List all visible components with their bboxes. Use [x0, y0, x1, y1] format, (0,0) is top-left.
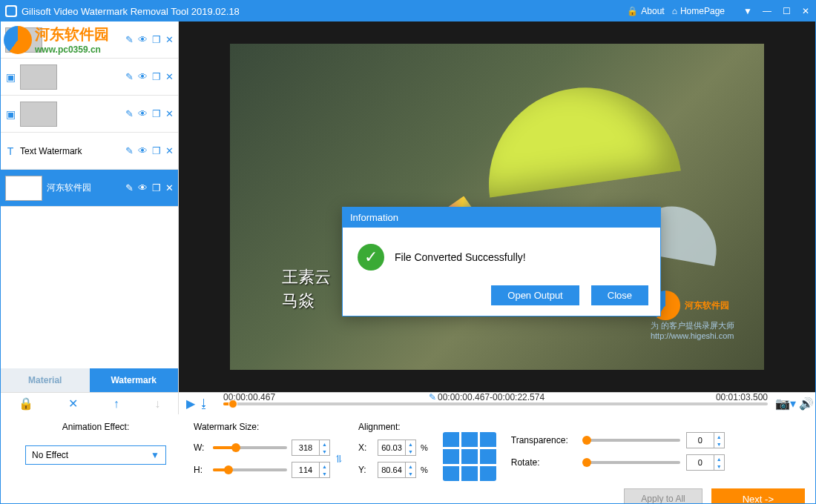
- eye-icon[interactable]: 👁: [138, 145, 148, 156]
- homepage-label: HomePage: [680, 6, 725, 16]
- maximize-button[interactable]: ☐: [781, 6, 792, 16]
- about-label: About: [641, 6, 664, 16]
- lock-icon: 🔒: [627, 6, 638, 16]
- layer-list: ✎ 👁 ❐ ✕ ▣ ✎ 👁 ❐ ✕ ▣: [1, 21, 178, 368]
- copy-icon[interactable]: ❐: [152, 34, 161, 45]
- corner-watermark: 河东软件园 为 的客户提供录屏大师 http://www.higeshi.com: [651, 291, 734, 340]
- edit-icon[interactable]: ✎: [125, 34, 134, 45]
- copy-icon[interactable]: ❐: [152, 182, 161, 193]
- edit-icon[interactable]: ✎: [125, 108, 134, 119]
- spin-up-icon[interactable]: ▲: [320, 462, 329, 470]
- transparence-value[interactable]: [687, 433, 714, 448]
- x-input[interactable]: ▲▼: [378, 440, 416, 456]
- align-ml[interactable]: [443, 449, 459, 464]
- spin-up-icon[interactable]: ▲: [714, 433, 724, 440]
- spin-up-icon[interactable]: ▲: [406, 440, 415, 448]
- play-icon[interactable]: ▶: [186, 397, 195, 411]
- site-logo-icon: [4, 26, 32, 54]
- x-value[interactable]: [378, 440, 405, 455]
- move-down-icon[interactable]: ↓: [154, 397, 160, 411]
- spin-down-icon[interactable]: ▼: [406, 470, 415, 477]
- h-input[interactable]: ▲▼: [292, 462, 330, 478]
- eye-icon[interactable]: 👁: [138, 182, 148, 193]
- timeline-bar[interactable]: [223, 402, 768, 405]
- lock-layer-icon[interactable]: 🔒: [19, 397, 33, 411]
- close-dialog-button[interactable]: Close: [591, 285, 648, 305]
- timeline-thumb[interactable]: [228, 399, 237, 408]
- w-value[interactable]: [292, 440, 319, 455]
- delete-icon[interactable]: ✕: [165, 71, 174, 82]
- y-input[interactable]: ▲▼: [378, 462, 416, 478]
- copy-icon[interactable]: ❐: [152, 108, 161, 119]
- delete-icon[interactable]: ✕: [165, 182, 174, 193]
- align-tr[interactable]: [480, 432, 496, 447]
- image-type-icon: ▣: [5, 71, 16, 83]
- next-button[interactable]: Next ->: [711, 488, 805, 504]
- align-mr[interactable]: [480, 449, 496, 464]
- about-button[interactable]: 🔒 About: [627, 6, 664, 16]
- layer-item[interactable]: ▣ ✎ 👁 ❐ ✕: [1, 59, 178, 96]
- layer-thumb: [20, 102, 57, 127]
- move-up-icon[interactable]: ↑: [113, 397, 119, 411]
- spin-up-icon[interactable]: ▲: [406, 462, 415, 470]
- delete-icon[interactable]: ✕: [165, 34, 174, 45]
- spin-down-icon[interactable]: ▼: [714, 462, 724, 470]
- timeline-track[interactable]: 00:00:00.467 00:01:03.500 ✎00:00:00.467-…: [217, 402, 774, 405]
- copy-icon[interactable]: ❐: [152, 71, 161, 82]
- spin-down-icon[interactable]: ▼: [320, 470, 329, 477]
- rotate-slider[interactable]: [584, 461, 680, 464]
- align-tl[interactable]: [443, 432, 459, 447]
- export-icon[interactable]: ⭳: [198, 397, 210, 411]
- delete-layer-icon[interactable]: ✕: [68, 397, 78, 411]
- h-value[interactable]: [292, 462, 319, 477]
- rotate-value[interactable]: [687, 455, 714, 470]
- rotate-input[interactable]: ▲▼: [686, 454, 725, 471]
- spin-up-icon[interactable]: ▲: [714, 455, 724, 462]
- eye-icon[interactable]: 👁: [138, 108, 148, 119]
- layer-item[interactable]: T Text Watermark ✎ 👁 ❐ ✕: [1, 133, 178, 170]
- w-slider[interactable]: [213, 446, 287, 449]
- spin-down-icon[interactable]: ▼: [714, 440, 724, 448]
- rotate-label: Rotate:: [511, 457, 578, 468]
- eye-icon[interactable]: 👁: [138, 34, 148, 45]
- transparence-input[interactable]: ▲▼: [686, 432, 725, 448]
- link-aspect-icon[interactable]: ⥮: [335, 453, 343, 465]
- menu-dropdown-icon[interactable]: ▼: [743, 6, 753, 16]
- align-mc[interactable]: [461, 449, 478, 464]
- edit-icon[interactable]: ✎: [125, 182, 134, 193]
- close-window-button[interactable]: ✕: [800, 6, 811, 16]
- spin-down-icon[interactable]: ▼: [320, 448, 329, 455]
- delete-icon[interactable]: ✕: [165, 108, 174, 119]
- align-bl[interactable]: [443, 466, 459, 481]
- edit-icon[interactable]: ✎: [125, 145, 134, 156]
- delete-icon[interactable]: ✕: [165, 145, 174, 156]
- apply-all-button[interactable]: Apply to All: [624, 488, 702, 504]
- h-slider[interactable]: [213, 468, 287, 471]
- layer-item[interactable]: ▣ ✎ 👁 ❐ ✕: [1, 96, 178, 133]
- open-output-button[interactable]: Open Output: [491, 285, 579, 305]
- animation-select[interactable]: No Effect ▼: [25, 445, 166, 465]
- layer-item-active[interactable]: 河东软件园 ✎ 👁 ❐ ✕: [1, 170, 178, 207]
- video-content: [476, 76, 681, 198]
- text-type-icon: T: [5, 145, 16, 157]
- copy-icon[interactable]: ❐: [152, 145, 161, 156]
- align-br[interactable]: [480, 466, 496, 481]
- minimize-button[interactable]: —: [762, 6, 772, 16]
- align-bc[interactable]: [461, 466, 478, 481]
- y-value[interactable]: [378, 462, 405, 477]
- tab-watermark[interactable]: Watermark: [90, 368, 179, 392]
- volume-icon[interactable]: 🔊: [799, 397, 814, 411]
- transparence-slider[interactable]: [584, 439, 680, 442]
- align-tc[interactable]: [461, 432, 478, 447]
- edit-icon[interactable]: ✎: [125, 71, 134, 82]
- layer-label: Text Watermark: [20, 146, 121, 156]
- spin-up-icon[interactable]: ▲: [320, 440, 329, 448]
- w-input[interactable]: ▲▼: [292, 440, 330, 456]
- snapshot-icon[interactable]: 📷▾: [775, 397, 796, 411]
- eye-icon[interactable]: 👁: [138, 71, 148, 82]
- marker-icon: ✎: [429, 392, 436, 402]
- tab-material[interactable]: Material: [1, 368, 90, 392]
- homepage-button[interactable]: ⌂ HomePage: [672, 6, 725, 16]
- controls-panel: Animation Effect: No Effect ▼ Watermark …: [1, 414, 815, 481]
- spin-down-icon[interactable]: ▼: [406, 448, 415, 455]
